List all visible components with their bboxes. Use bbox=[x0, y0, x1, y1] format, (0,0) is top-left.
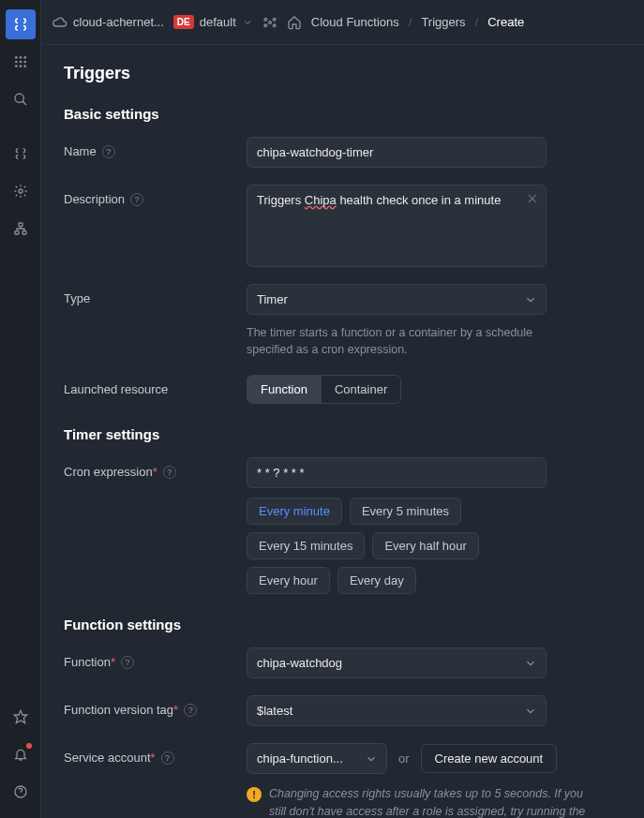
rail-functions-icon[interactable] bbox=[6, 139, 36, 169]
topbar: cloud-achernet... DE default Cloud Funct… bbox=[41, 0, 644, 45]
svg-rect-14 bbox=[22, 231, 26, 234]
svg-point-4 bbox=[19, 61, 22, 64]
service-account-select[interactable]: chipa-function... bbox=[247, 743, 387, 774]
svg-point-17 bbox=[268, 21, 271, 23]
chevron-down-icon bbox=[242, 17, 253, 28]
rail-logo-icon[interactable] bbox=[6, 9, 36, 39]
svg-point-9 bbox=[15, 94, 23, 102]
page-title: Triggers bbox=[64, 64, 622, 83]
help-icon[interactable]: ? bbox=[102, 145, 115, 158]
home-icon[interactable] bbox=[287, 15, 302, 30]
warning-text: Changing access rights usually takes up … bbox=[269, 785, 603, 818]
cron-input[interactable] bbox=[247, 457, 547, 488]
help-icon[interactable]: ? bbox=[184, 704, 197, 717]
breadcrumb-sep: / bbox=[475, 15, 479, 29]
breadcrumb-current: Create bbox=[487, 15, 524, 29]
svg-line-10 bbox=[22, 101, 26, 105]
section-basic: Basic settings bbox=[64, 106, 622, 122]
rail-gear-icon[interactable] bbox=[6, 176, 36, 206]
preset-day[interactable]: Every day bbox=[337, 567, 416, 594]
rail-bell-icon[interactable] bbox=[6, 739, 36, 769]
or-text: or bbox=[398, 751, 410, 766]
label-service-account: Service account* bbox=[64, 751, 156, 765]
rail-network-icon[interactable] bbox=[6, 214, 36, 244]
label-name: Name bbox=[64, 144, 97, 158]
label-launched: Launched resource bbox=[64, 382, 168, 396]
label-description: Description bbox=[64, 192, 125, 206]
rail-apps-icon[interactable] bbox=[6, 47, 36, 77]
folder-name: default bbox=[200, 15, 236, 29]
folder-badge: DE bbox=[173, 15, 194, 29]
folder-selector[interactable]: DE default bbox=[173, 15, 253, 29]
label-cron: Cron expression* bbox=[64, 465, 157, 479]
cloud-selector[interactable]: cloud-achernet... bbox=[52, 15, 164, 30]
breadcrumb: Cloud Functions / Triggers / Create bbox=[311, 15, 524, 29]
svg-point-6 bbox=[15, 65, 18, 67]
seg-container[interactable]: Container bbox=[321, 376, 400, 403]
svg-point-18 bbox=[264, 18, 267, 21]
help-icon[interactable]: ? bbox=[130, 193, 143, 206]
help-icon[interactable]: ? bbox=[121, 656, 134, 669]
svg-marker-15 bbox=[14, 710, 26, 722]
cloud-icon bbox=[52, 15, 67, 30]
rail-star-icon[interactable] bbox=[6, 702, 36, 732]
clear-icon[interactable] bbox=[526, 192, 539, 205]
preset-every-minute[interactable]: Every minute bbox=[247, 498, 342, 525]
svg-point-2 bbox=[23, 56, 26, 59]
label-type: Type bbox=[64, 291, 90, 305]
breadcrumb-item[interactable]: Triggers bbox=[421, 15, 465, 29]
rail-search-icon[interactable] bbox=[6, 84, 36, 114]
svg-rect-12 bbox=[19, 223, 22, 226]
sidebar-rail bbox=[0, 0, 41, 818]
svg-rect-13 bbox=[15, 231, 19, 234]
svg-point-0 bbox=[15, 56, 18, 59]
label-function: Function* bbox=[64, 655, 115, 669]
label-function-tag: Function version tag* bbox=[64, 703, 178, 717]
function-tag-select[interactable]: $latest bbox=[247, 695, 547, 726]
rail-help-icon[interactable] bbox=[6, 777, 36, 807]
svg-point-11 bbox=[19, 189, 22, 193]
cloud-name: cloud-achernet... bbox=[73, 15, 164, 29]
preset-hour[interactable]: Every hour bbox=[247, 567, 330, 594]
section-timer: Timer settings bbox=[64, 426, 622, 442]
preset-every-5[interactable]: Every 5 minutes bbox=[350, 498, 461, 525]
svg-point-8 bbox=[23, 65, 26, 67]
breadcrumb-sep: / bbox=[409, 15, 412, 29]
launched-segmented: Function Container bbox=[247, 375, 401, 404]
function-select[interactable]: chipa-watchdog bbox=[247, 647, 547, 678]
seg-function[interactable]: Function bbox=[247, 376, 321, 403]
svg-point-1 bbox=[19, 56, 22, 59]
pin-icon[interactable] bbox=[262, 15, 277, 30]
warning-icon: ! bbox=[247, 787, 262, 802]
preset-half-hour[interactable]: Every half hour bbox=[372, 532, 478, 559]
create-account-button[interactable]: Create new account bbox=[421, 744, 558, 773]
help-icon[interactable]: ? bbox=[161, 751, 174, 765]
svg-point-5 bbox=[23, 61, 26, 64]
help-icon[interactable]: ? bbox=[163, 466, 176, 479]
content: Triggers Basic settings Name ? Descripti… bbox=[41, 45, 644, 818]
preset-every-15[interactable]: Every 15 minutes bbox=[247, 532, 365, 559]
svg-point-20 bbox=[264, 24, 267, 27]
section-function: Function settings bbox=[64, 617, 622, 632]
breadcrumb-item[interactable]: Cloud Functions bbox=[311, 15, 399, 29]
description-input[interactable]: Triggers Chipa health check once in a mi… bbox=[247, 185, 547, 267]
name-input[interactable] bbox=[247, 137, 547, 168]
svg-point-19 bbox=[273, 18, 276, 21]
svg-point-7 bbox=[19, 65, 22, 67]
type-help-text: The timer starts a function or a contain… bbox=[247, 324, 547, 358]
svg-point-3 bbox=[15, 61, 18, 64]
type-select[interactable]: Timer bbox=[247, 284, 547, 315]
svg-point-21 bbox=[273, 24, 276, 27]
